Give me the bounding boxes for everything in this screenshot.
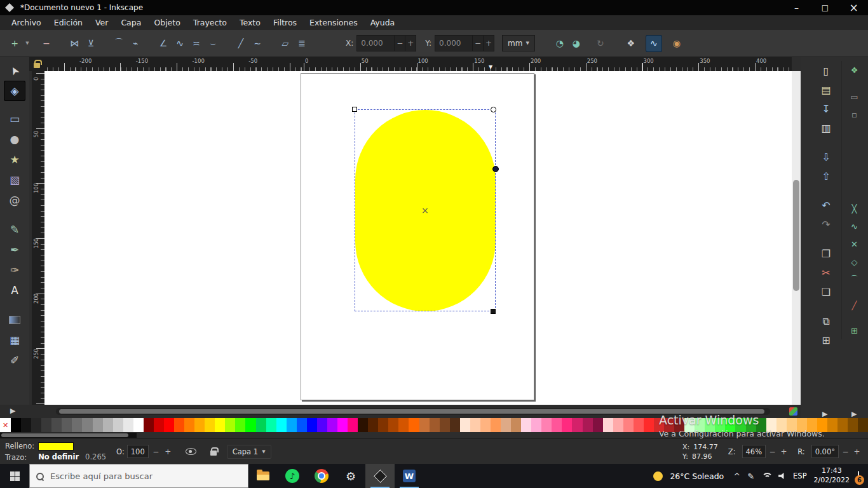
palette-swatch[interactable] (521, 418, 531, 432)
palette-swatch[interactable] (245, 418, 255, 432)
taskbar-word[interactable]: W (395, 464, 424, 488)
horizontal-ruler[interactable]: -200-150-100-50050100150200250300350400 … (44, 57, 792, 71)
palette-swatch[interactable] (725, 418, 735, 432)
palette-swatch[interactable] (388, 418, 398, 432)
stroke-style-value[interactable]: No definir (38, 452, 79, 461)
palette-swatch[interactable] (409, 418, 419, 432)
action-center-button[interactable]: 6 (858, 471, 859, 480)
undo-button[interactable]: ↶ (817, 196, 836, 215)
palette-swatch[interactable] (705, 418, 715, 432)
object-to-path-button[interactable]: ▱ (277, 35, 294, 52)
x-increase-button[interactable] (405, 36, 416, 51)
weather-text[interactable]: 26°C Soleado (670, 471, 724, 481)
rotation-increase-button[interactable] (852, 445, 862, 458)
palette-swatch[interactable] (297, 418, 307, 432)
handle-top-left[interactable] (352, 107, 357, 112)
hidden-icons-chevron[interactable]: ^ (733, 471, 740, 481)
palette-swatch[interactable] (93, 418, 103, 432)
palette-swatch[interactable] (215, 418, 225, 432)
pencil-tool[interactable]: ✎ (4, 219, 25, 240)
maximize-button[interactable] (811, 0, 839, 15)
copy-button[interactable]: ❐ (817, 244, 836, 263)
snap-cusp-node-toggle[interactable]: ◇ (845, 253, 864, 271)
palette-swatch[interactable] (225, 418, 235, 432)
palette-swatch[interactable] (327, 418, 337, 432)
break-nodes-button[interactable]: ⊻ (83, 35, 99, 52)
search-input[interactable] (49, 471, 227, 482)
palette-swatch[interactable] (654, 418, 664, 432)
palette-swatch[interactable] (776, 418, 787, 432)
palette-scrollbar-thumb[interactable] (1, 433, 128, 437)
vertical-ruler[interactable]: 050100150200250 (32, 71, 44, 405)
y-coordinate-value[interactable]: 0.000 (435, 39, 472, 48)
horizontal-scrollbar-thumb[interactable] (59, 409, 764, 414)
palette-swatch[interactable] (11, 418, 21, 432)
export-button[interactable]: ⇧ (817, 166, 836, 186)
unit-selector[interactable]: mm ▼ (502, 35, 535, 51)
palette-swatch[interactable] (317, 418, 327, 432)
palette-swatch[interactable] (541, 418, 552, 432)
language-indicator[interactable]: ESP (793, 471, 807, 480)
network-icon[interactable] (761, 472, 771, 480)
palette-swatch[interactable] (491, 418, 501, 432)
palette-swatch[interactable] (715, 418, 725, 432)
palette-swatch[interactable] (583, 418, 593, 432)
palette-swatch[interactable] (746, 418, 756, 432)
zoom-in-button[interactable] (779, 445, 789, 458)
rectangle-tool[interactable]: ▭ (4, 109, 25, 129)
menu-ayuda[interactable]: Ayuda (364, 16, 402, 29)
taskbar-settings[interactable]: ⚙ (336, 464, 365, 488)
palette-swatch[interactable] (807, 418, 817, 432)
snap-path-intersections-toggle[interactable]: ✕ (845, 235, 864, 253)
taskbar-inkscape[interactable] (365, 464, 395, 488)
x-decrease-button[interactable] (394, 36, 405, 51)
taskbar-clock[interactable]: 17:43 2/02/2022 (814, 466, 850, 485)
palette-swatch[interactable] (644, 418, 654, 432)
insert-node-options-button[interactable]: ▼ (23, 35, 32, 52)
opacity-value[interactable]: 100 (127, 445, 149, 458)
duplicate-button[interactable]: ⧉ (817, 311, 836, 330)
text-tool[interactable]: A (4, 280, 25, 301)
palette-swatch[interactable] (552, 418, 562, 432)
taskbar-file-explorer[interactable] (248, 464, 278, 488)
canvas[interactable]: × (44, 71, 792, 405)
palette-swatch[interactable] (766, 418, 776, 432)
auto-smooth-node-button[interactable]: ⌣ (205, 35, 221, 52)
palette-swatch[interactable] (51, 418, 62, 432)
palette-swatch[interactable] (133, 418, 144, 432)
smooth-node-button[interactable]: ∿ (172, 35, 188, 52)
palette-swatch[interactable] (113, 418, 123, 432)
menu-extensiones[interactable]: Extensiones (303, 16, 364, 29)
delete-node-button[interactable]: − (38, 35, 55, 52)
print-button[interactable]: ▥ (817, 118, 836, 137)
palette-swatch[interactable] (184, 418, 194, 432)
taskbar-search[interactable] (29, 464, 248, 488)
y-increase-button[interactable] (483, 36, 494, 51)
palette-swatch[interactable] (205, 418, 215, 432)
fill-color-swatch[interactable] (38, 442, 74, 451)
palette-swatch[interactable] (787, 418, 797, 432)
palette-swatch[interactable] (562, 418, 572, 432)
palette-swatch[interactable] (358, 418, 368, 432)
pen-tool[interactable]: ✒ (4, 240, 25, 260)
palette-swatch[interactable] (378, 418, 388, 432)
snap-grid-toggle[interactable]: ⊞ (845, 322, 864, 339)
palette-swatch[interactable] (593, 418, 603, 432)
snap-nodes-toggle[interactable]: ╳ (845, 200, 864, 217)
palette-swatch[interactable] (41, 418, 51, 432)
palette-swatch[interactable] (348, 418, 358, 432)
palette-swatch[interactable] (634, 418, 644, 432)
horizontal-scrollbar[interactable] (56, 408, 770, 415)
palette-swatch[interactable] (848, 418, 858, 432)
palette-swatch[interactable] (154, 418, 164, 432)
palette-swatch[interactable] (501, 418, 511, 432)
open-document-button[interactable]: ▤ (817, 80, 836, 99)
palette-swatch[interactable] (368, 418, 378, 432)
vertical-scrollbar-thumb[interactable] (793, 180, 799, 291)
palette-swatch[interactable] (21, 418, 31, 432)
palette-swatch[interactable] (480, 418, 491, 432)
opacity-decrease-button[interactable] (151, 445, 161, 458)
join-segment-button[interactable]: ⌒ (111, 35, 127, 52)
palette-swatch[interactable] (144, 418, 154, 432)
taskbar-spotify[interactable]: ♪ (278, 464, 307, 488)
